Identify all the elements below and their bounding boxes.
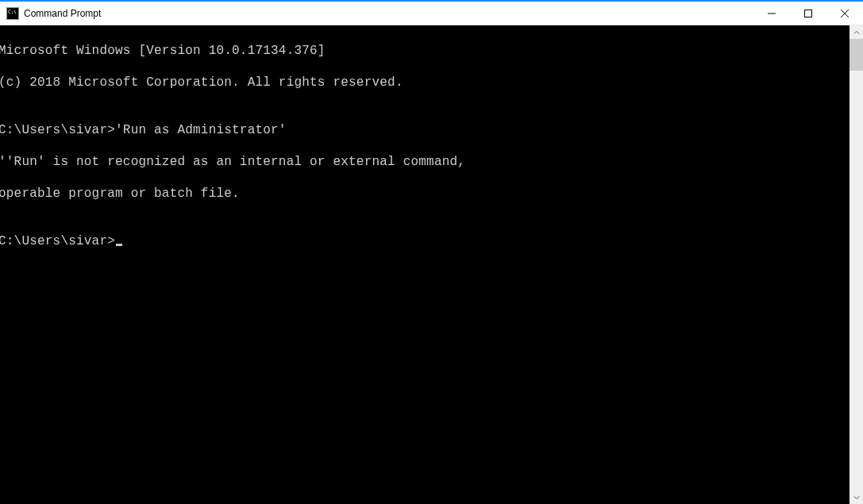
cmd-icon [6, 7, 19, 20]
console-output[interactable]: Microsoft Windows [Version 10.0.17134.37… [0, 25, 850, 504]
window-title: Command Prompt [24, 8, 101, 19]
output-line: C:\Users\sivar>'Run as Administrator' [0, 122, 850, 138]
close-button[interactable] [826, 2, 863, 25]
output-line: Microsoft Windows [Version 10.0.17134.37… [0, 43, 850, 59]
maximize-button[interactable] [790, 2, 826, 25]
minimize-button[interactable] [753, 2, 790, 25]
prompt-line: C:\Users\sivar> [0, 233, 850, 249]
console-area: Microsoft Windows [Version 10.0.17134.37… [0, 25, 863, 504]
scroll-down-button[interactable] [850, 491, 863, 504]
scrollbar-thumb[interactable] [850, 39, 863, 71]
cursor [116, 244, 122, 246]
close-icon [841, 10, 849, 17]
prompt-text: C:\Users\sivar> [0, 234, 115, 248]
minimize-icon [768, 10, 776, 17]
chevron-down-icon [853, 494, 860, 501]
svg-rect-1 [805, 10, 812, 17]
vertical-scrollbar[interactable] [850, 25, 863, 504]
command-prompt-window: Command Prompt Microsoft Windows [Versio… [0, 0, 863, 504]
titlebar[interactable]: Command Prompt [0, 2, 863, 25]
output-line: ''Run' is not recognized as an internal … [0, 154, 850, 170]
chevron-up-icon [853, 29, 860, 36]
output-line: operable program or batch file. [0, 186, 850, 202]
scroll-up-button[interactable] [850, 25, 863, 39]
output-line: (c) 2018 Microsoft Corporation. All righ… [0, 75, 850, 90]
maximize-icon [804, 10, 812, 17]
